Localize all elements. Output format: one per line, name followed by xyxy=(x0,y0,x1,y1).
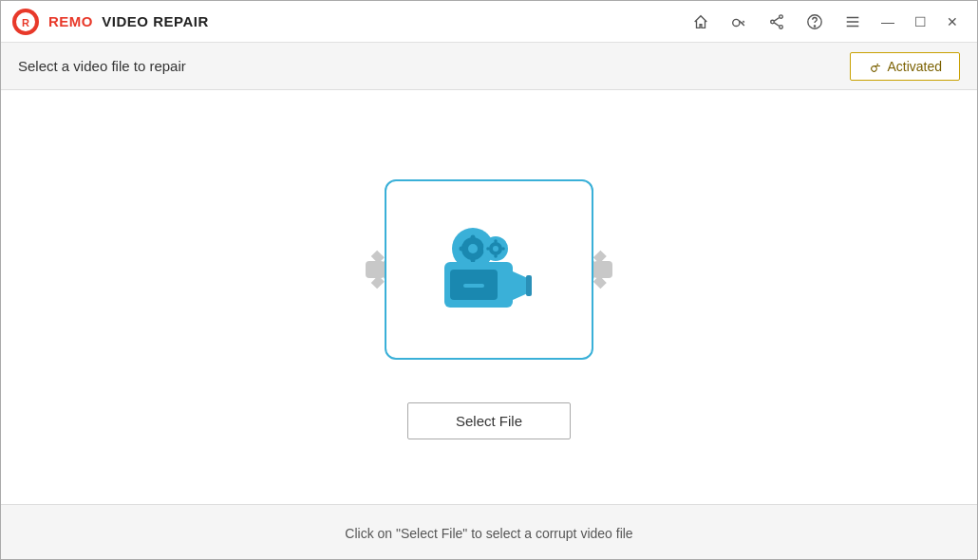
window-controls: — ☐ ✕ xyxy=(873,7,968,37)
footer-text: Click on "Select File" to select a corru… xyxy=(345,526,632,541)
svg-rect-28 xyxy=(526,275,532,296)
menu-button[interactable] xyxy=(842,11,863,32)
svg-text:R: R xyxy=(22,17,29,28)
select-file-button[interactable]: Select File xyxy=(407,402,571,439)
key-button[interactable] xyxy=(728,11,749,32)
svg-point-6 xyxy=(780,25,783,28)
connector-right xyxy=(593,261,612,278)
app-title: REMO VIDEO REPAIR xyxy=(48,13,209,29)
svg-point-4 xyxy=(780,14,783,18)
svg-point-15 xyxy=(471,257,476,262)
svg-point-3 xyxy=(733,19,740,26)
toolbar-title: Select a video file to repair xyxy=(18,58,186,74)
activated-label: Activated xyxy=(887,59,942,74)
video-camera-icon xyxy=(427,222,551,317)
toolbar: Select a video file to repair Activated xyxy=(1,43,977,90)
app-branding: R REMO VIDEO REPAIR xyxy=(10,7,209,37)
svg-point-21 xyxy=(501,247,505,251)
connector-left xyxy=(366,261,385,278)
title-bar: R REMO VIDEO REPAIR xyxy=(1,1,977,43)
help-button[interactable] xyxy=(804,11,825,32)
svg-point-23 xyxy=(486,247,490,251)
svg-point-5 xyxy=(771,20,775,24)
svg-point-22 xyxy=(494,254,498,258)
svg-point-20 xyxy=(494,239,498,243)
minimize-button[interactable]: — xyxy=(873,7,903,37)
select-file-container: Select File xyxy=(407,402,571,439)
svg-rect-26 xyxy=(463,284,484,288)
title-bar-icons xyxy=(690,11,863,32)
home-button[interactable] xyxy=(690,11,711,32)
svg-point-16 xyxy=(460,246,464,251)
illustration xyxy=(347,156,631,383)
svg-point-13 xyxy=(471,234,476,239)
center-panel xyxy=(385,179,593,360)
main-content: Select File xyxy=(1,90,977,504)
svg-point-8 xyxy=(814,25,815,26)
svg-point-12 xyxy=(468,244,478,253)
maximize-button[interactable]: ☐ xyxy=(905,7,935,37)
key-icon xyxy=(866,57,885,76)
footer: Click on "Select File" to select a corru… xyxy=(1,504,977,560)
svg-point-19 xyxy=(493,246,498,252)
app-logo: R xyxy=(10,7,41,37)
share-button[interactable] xyxy=(766,11,787,32)
close-button[interactable]: ✕ xyxy=(937,7,968,37)
activated-button[interactable]: Activated xyxy=(850,52,960,81)
